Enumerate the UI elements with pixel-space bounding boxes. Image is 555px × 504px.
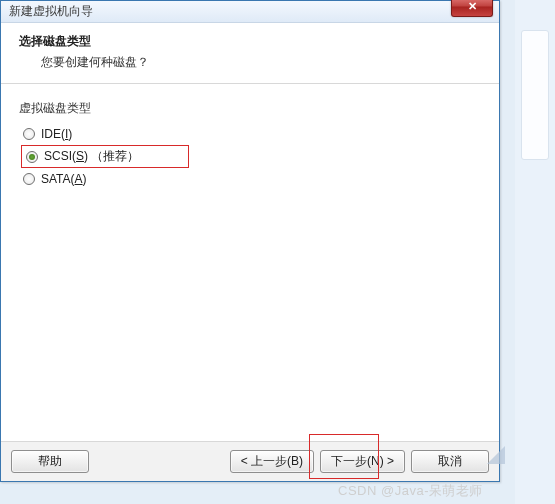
option-sata[interactable]: SATA(A) — [21, 168, 481, 190]
wizard-footer: 帮助 < 上一步(B) 下一步(N) > 取消 — [1, 441, 499, 481]
group-label: 虚拟磁盘类型 — [19, 100, 481, 117]
option-label: IDE(I) — [41, 127, 72, 141]
wizard-dialog: 新建虚拟机向导 ✕ 选择磁盘类型 您要创建何种磁盘？ 虚拟磁盘类型 IDE(I)… — [0, 0, 500, 482]
next-button[interactable]: 下一步(N) > — [320, 450, 405, 473]
side-card — [521, 30, 549, 160]
page-subtitle: 您要创建何种磁盘？ — [41, 54, 481, 71]
wizard-body: 虚拟磁盘类型 IDE(I) SCSI(S) （推荐） SATA(A) — [1, 84, 499, 200]
titlebar: 新建虚拟机向导 ✕ — [1, 1, 499, 23]
radio-icon — [23, 128, 35, 140]
close-icon: ✕ — [468, 0, 477, 12]
cancel-button[interactable]: 取消 — [411, 450, 489, 473]
page-title: 选择磁盘类型 — [19, 33, 481, 50]
option-ide[interactable]: IDE(I) — [21, 123, 481, 145]
radio-icon — [26, 151, 38, 163]
help-button[interactable]: 帮助 — [11, 450, 89, 473]
resize-grip-icon — [487, 446, 505, 464]
window-title: 新建虚拟机向导 — [9, 3, 93, 20]
watermark-text: CSDN @Java-呆萌老师 — [338, 482, 483, 500]
back-button[interactable]: < 上一步(B) — [230, 450, 314, 473]
wizard-header: 选择磁盘类型 您要创建何种磁盘？ — [1, 23, 499, 84]
radio-icon — [23, 173, 35, 185]
close-button[interactable]: ✕ — [451, 0, 493, 17]
option-scsi[interactable]: SCSI(S) （推荐） — [21, 145, 189, 168]
background-panel — [515, 0, 555, 504]
option-label: SCSI(S) （推荐） — [44, 148, 139, 165]
option-label: SATA(A) — [41, 172, 87, 186]
